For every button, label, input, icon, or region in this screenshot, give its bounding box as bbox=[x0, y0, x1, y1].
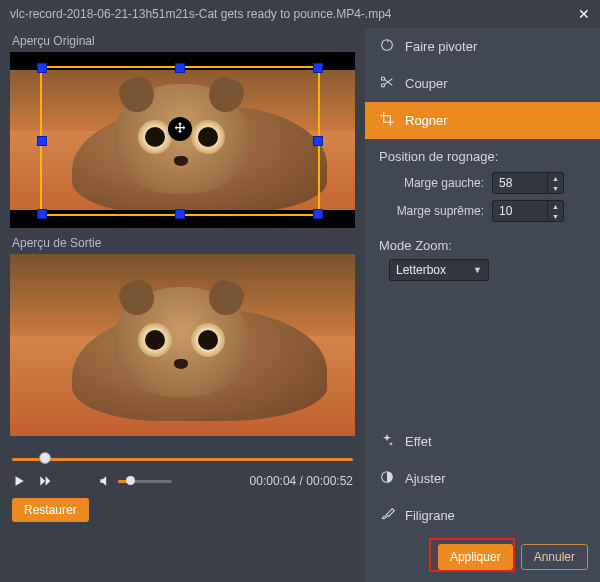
time-current: 00:00:04 bbox=[250, 474, 297, 488]
crop-handle-mr[interactable] bbox=[313, 136, 323, 146]
original-preview-label: Aperçu Original bbox=[12, 34, 355, 48]
window-title: vlc-record-2018-06-21-13h51m21s-Cat gets… bbox=[10, 7, 392, 21]
crop-settings: Position de rognage: Marge gauche: ▲ ▼ M… bbox=[365, 139, 600, 232]
brush-icon bbox=[379, 506, 395, 525]
crop-left-label: Marge gauche: bbox=[389, 176, 484, 190]
zoom-section: Mode Zoom: Letterbox ▼ bbox=[365, 232, 600, 287]
tool-watermark-label: Filigrane bbox=[405, 508, 455, 523]
fast-forward-icon[interactable] bbox=[38, 474, 52, 488]
crop-handle-tr[interactable] bbox=[313, 63, 323, 73]
output-preview bbox=[10, 254, 355, 436]
tool-crop-label: Rogner bbox=[405, 113, 448, 128]
zoom-heading: Mode Zoom: bbox=[379, 238, 586, 253]
tool-rotate[interactable]: Faire pivoter bbox=[365, 28, 600, 65]
right-panel: Faire pivoter Couper Rogner Position de … bbox=[365, 28, 600, 582]
sparkle-icon bbox=[379, 432, 395, 451]
chevron-down-icon: ▼ bbox=[473, 265, 482, 275]
tool-effect[interactable]: Effet bbox=[365, 423, 600, 460]
timeline-slider[interactable] bbox=[12, 450, 353, 468]
tool-crop[interactable]: Rogner bbox=[365, 102, 600, 139]
crop-top-spinner[interactable]: ▲ ▼ bbox=[492, 200, 564, 222]
apply-button[interactable]: Appliquer bbox=[438, 544, 513, 570]
volume-icon[interactable] bbox=[98, 474, 112, 488]
crop-handle-br[interactable] bbox=[313, 209, 323, 219]
zoom-select[interactable]: Letterbox ▼ bbox=[389, 259, 489, 281]
crop-icon bbox=[379, 111, 395, 130]
zoom-value: Letterbox bbox=[396, 263, 446, 277]
volume-slider[interactable] bbox=[118, 474, 172, 488]
time-display: 00:00:04 / 00:00:52 bbox=[250, 474, 353, 488]
spinner-down-icon[interactable]: ▼ bbox=[548, 183, 563, 193]
tool-watermark[interactable]: Filigrane bbox=[365, 497, 600, 534]
crop-handle-bm[interactable] bbox=[175, 209, 185, 219]
left-panel: Aperçu Original bbox=[0, 28, 365, 582]
crop-heading: Position de rognage: bbox=[379, 149, 586, 164]
tool-cut[interactable]: Couper bbox=[365, 65, 600, 102]
original-preview[interactable] bbox=[10, 52, 355, 228]
crop-handle-tl[interactable] bbox=[37, 63, 47, 73]
spinner-up-icon[interactable]: ▲ bbox=[548, 201, 563, 211]
play-icon[interactable] bbox=[12, 474, 26, 488]
crop-handle-ml[interactable] bbox=[37, 136, 47, 146]
restore-button[interactable]: Restaurer bbox=[12, 498, 89, 522]
tool-cut-label: Couper bbox=[405, 76, 448, 91]
output-preview-label: Aperçu de Sortie bbox=[12, 236, 355, 250]
crop-top-input[interactable] bbox=[493, 201, 547, 221]
spinner-up-icon[interactable]: ▲ bbox=[548, 173, 563, 183]
scissors-icon bbox=[379, 74, 395, 93]
crop-left-spinner[interactable]: ▲ ▼ bbox=[492, 172, 564, 194]
title-bar: vlc-record-2018-06-21-13h51m21s-Cat gets… bbox=[0, 0, 600, 28]
crop-left-input[interactable] bbox=[493, 173, 547, 193]
time-total: 00:00:52 bbox=[306, 474, 353, 488]
timeline-thumb[interactable] bbox=[39, 452, 51, 464]
tool-effect-label: Effet bbox=[405, 434, 432, 449]
rotate-icon bbox=[379, 37, 395, 56]
tool-adjust-label: Ajuster bbox=[405, 471, 445, 486]
tool-rotate-label: Faire pivoter bbox=[405, 39, 477, 54]
close-icon[interactable]: ✕ bbox=[578, 6, 590, 22]
move-icon[interactable] bbox=[168, 117, 192, 141]
spinner-down-icon[interactable]: ▼ bbox=[548, 211, 563, 221]
crop-handle-tm[interactable] bbox=[175, 63, 185, 73]
tool-adjust[interactable]: Ajuster bbox=[365, 460, 600, 497]
dialog-actions: Appliquer Annuler bbox=[365, 534, 600, 582]
crop-rectangle[interactable] bbox=[40, 66, 320, 216]
adjust-icon bbox=[379, 469, 395, 488]
crop-handle-bl[interactable] bbox=[37, 209, 47, 219]
cancel-button[interactable]: Annuler bbox=[521, 544, 588, 570]
playback-controls: 00:00:04 / 00:00:52 bbox=[10, 472, 355, 498]
crop-top-label: Marge suprême: bbox=[389, 204, 484, 218]
